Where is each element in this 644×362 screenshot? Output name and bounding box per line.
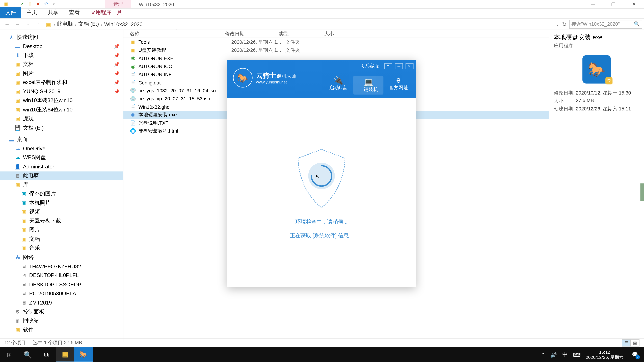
user-icon: 👤 <box>14 164 21 170</box>
close-button[interactable]: ✕ <box>624 0 644 8</box>
nav-official-site[interactable]: e官方网址 <box>384 76 414 94</box>
menu-icon[interactable]: ≡ <box>384 63 392 69</box>
column-date[interactable]: 修改日期 <box>225 30 279 37</box>
column-size[interactable]: 大小 <box>324 30 360 37</box>
sidebar-item-net3[interactable]: 🖥DESKTOP-LSSOEDP <box>0 280 123 289</box>
keyboard-icon[interactable]: ⌨ <box>573 352 580 358</box>
file-type: 文件夹 <box>285 47 330 53</box>
folder-icon[interactable]: ▣ <box>3 1 10 8</box>
qat-dropdown-icon[interactable]: ▾ <box>50 1 58 8</box>
ime-indicator[interactable]: 中 <box>562 351 568 359</box>
sidebar-item-software[interactable]: ▣软件 <box>0 325 123 334</box>
back-button[interactable]: ← <box>2 21 12 27</box>
file-date: 2020/12/26, 星期六 1... <box>231 39 285 45</box>
ribbon-tab-view[interactable]: 查看 <box>64 7 85 18</box>
sidebar-item-downloads[interactable]: ⬇下载📌 <box>0 51 123 60</box>
ribbon-tab-share[interactable]: 共享 <box>42 7 64 18</box>
brand-logo-icon: 🐎 <box>233 68 252 87</box>
taskbar: ⊞ 🔍 ⧉ ▣ 🐎 ⌃ 🔊 中 ⌨ 15:12 2020/12/26, 星期六 … <box>0 347 644 362</box>
refresh-icon[interactable]: ↻ <box>562 21 566 27</box>
forward-button[interactable]: → <box>12 21 23 27</box>
sidebar-item-win10-64[interactable]: ▣win10重装64位win10 <box>0 105 123 114</box>
chevron-right-icon[interactable]: › <box>54 21 55 27</box>
sidebar-item-net4[interactable]: 🖥PC-20190530OBLA <box>0 289 123 298</box>
window-scrollbar[interactable] <box>640 29 644 338</box>
file-icon: 📄 <box>130 71 137 77</box>
task-view-button[interactable]: ⧉ <box>37 347 56 362</box>
file-icon: 🌐 <box>130 128 137 134</box>
sidebar-item-wps[interactable]: ☁WPS网盘 <box>0 153 123 162</box>
up-button[interactable]: ↑ <box>34 21 44 27</box>
sidebar-desktop-root[interactable]: ▬桌面 <box>0 135 123 144</box>
sidebar-item-yunqishi[interactable]: ▣YUNQISHI2019📌 <box>0 87 123 96</box>
minimize-button[interactable]: ─ <box>583 0 603 8</box>
breadcrumb-folder[interactable]: Win10x32_2020 <box>103 21 144 27</box>
sidebar-item-video[interactable]: ▣视频 <box>0 207 123 217</box>
breadcrumb-pc[interactable]: 此电脑 <box>56 20 74 28</box>
file-icon: ◉ <box>130 63 137 69</box>
file-row[interactable]: ▣U盘安装教程2020/12/26, 星期六 1...文件夹 <box>124 46 549 54</box>
delete-icon[interactable]: ✕ <box>34 1 42 8</box>
sidebar-item-net5[interactable]: 🖥ZMT2019 <box>0 298 123 307</box>
search-button[interactable]: 🔍 <box>18 347 37 362</box>
ribbon-tab-app-tools[interactable]: 应用程序工具 <box>85 7 127 18</box>
tray-expand-icon[interactable]: ⌃ <box>540 352 545 358</box>
minimize-icon[interactable]: ─ <box>395 63 403 69</box>
start-button[interactable]: ⊞ <box>0 347 18 362</box>
sidebar-item-music[interactable]: ▣音乐 <box>0 244 123 253</box>
volume-icon[interactable]: 🔊 <box>550 352 557 358</box>
sidebar-item-desktop[interactable]: ▬Desktop📌 <box>0 42 123 51</box>
clock[interactable]: 15:12 2020/12/26, 星期六 <box>586 350 624 360</box>
sidebar-item-doc-e[interactable]: 💾文档 (E:) <box>0 123 123 132</box>
sidebar-item-recycle[interactable]: 🗑回收站 <box>0 316 123 325</box>
open-icon[interactable]: ▯ <box>26 1 34 8</box>
breadcrumb-drive[interactable]: 文档 (E:) <box>77 20 100 28</box>
sidebar-item-onedrive[interactable]: ☁OneDrive <box>0 144 123 153</box>
file-row[interactable]: ▣Tools2020/12/26, 星期六 1...文件夹 <box>124 38 549 46</box>
ribbon-tab-file[interactable]: 文件 <box>0 7 21 18</box>
chevron-right-icon[interactable]: › <box>75 21 77 27</box>
sidebar-item-local-pics[interactable]: ▣本机照片 <box>0 198 123 207</box>
chevron-right-icon[interactable]: › <box>100 21 102 27</box>
sidebar-quick-access[interactable]: ★快速访问 <box>0 33 123 42</box>
address-dropdown-icon[interactable]: ⌄ <box>556 22 560 26</box>
sidebar-item-net1[interactable]: 🖥1H4WPFQ7KZ8HU82 <box>0 262 123 271</box>
taskbar-installer-app[interactable]: 🐎 <box>74 347 93 362</box>
column-type[interactable]: 类型 <box>279 30 324 37</box>
sidebar-item-pics[interactable]: ▣图片 <box>0 226 123 235</box>
sidebar-item-docs[interactable]: ▣文档 <box>0 235 123 244</box>
sidebar-item-this-pc[interactable]: 🖥此电脑 <box>0 171 123 180</box>
sidebar-item-saved-pics[interactable]: ▣保存的图片 <box>0 189 123 198</box>
sidebar-item-win10-32[interactable]: ▣win10重装32位win10 <box>0 96 123 105</box>
details-create-value: 2020/12/26, 星期六 15:11 <box>576 106 631 112</box>
contact-link[interactable]: 联系客服 <box>360 63 379 69</box>
search-input[interactable]: 搜索"Win10x32_2020" 🔍 <box>569 19 642 28</box>
scroll-thumb[interactable] <box>640 183 644 201</box>
file-name: 光盘说明.TXT <box>138 120 231 126</box>
file-icon: ◉ <box>130 55 137 61</box>
search-icon[interactable]: 🔍 <box>634 21 640 27</box>
sidebar-item-excel[interactable]: ▣excel表格制作求和📌 <box>0 78 123 87</box>
taskbar-file-explorer[interactable]: ▣ <box>56 347 74 362</box>
recent-dropdown[interactable]: ⌄ <box>23 22 34 26</box>
notification-center-icon[interactable]: 💬2 <box>629 349 641 361</box>
view-details-button[interactable]: ☰ <box>622 339 631 346</box>
sidebar-item-admin[interactable]: 👤Administrator <box>0 162 123 171</box>
check-icon[interactable]: ✓ <box>18 1 26 8</box>
nav-one-click-install[interactable]: 💻一键装机 <box>353 76 384 94</box>
sidebar-item-network[interactable]: 🖧网络 <box>0 253 123 262</box>
sidebar-item-pictures[interactable]: ▣图片📌 <box>0 69 123 78</box>
sidebar-item-library[interactable]: ▣库 <box>0 180 123 189</box>
nav-usb-boot[interactable]: 🔌启动U盘 <box>323 76 353 94</box>
sidebar-item-net2[interactable]: 🖥DESKTOP-HL0PLFL <box>0 271 123 280</box>
maximize-button[interactable]: ▢ <box>603 0 624 8</box>
sidebar-item-tianyi[interactable]: ▣天翼云盘下载 <box>0 217 123 226</box>
undo-icon[interactable]: ↶ <box>42 1 50 8</box>
sidebar-item-huguan[interactable]: ▣虎观 <box>0 114 123 123</box>
view-icons-button[interactable]: ▦ <box>630 339 640 346</box>
close-icon[interactable]: ✕ <box>406 63 414 69</box>
sidebar-item-documents[interactable]: ▣文档📌 <box>0 60 123 69</box>
ribbon-tab-home[interactable]: 主页 <box>21 7 42 18</box>
column-name[interactable]: 名称⌃ <box>124 30 225 37</box>
sidebar-item-control[interactable]: ⚙控制面板 <box>0 307 123 316</box>
